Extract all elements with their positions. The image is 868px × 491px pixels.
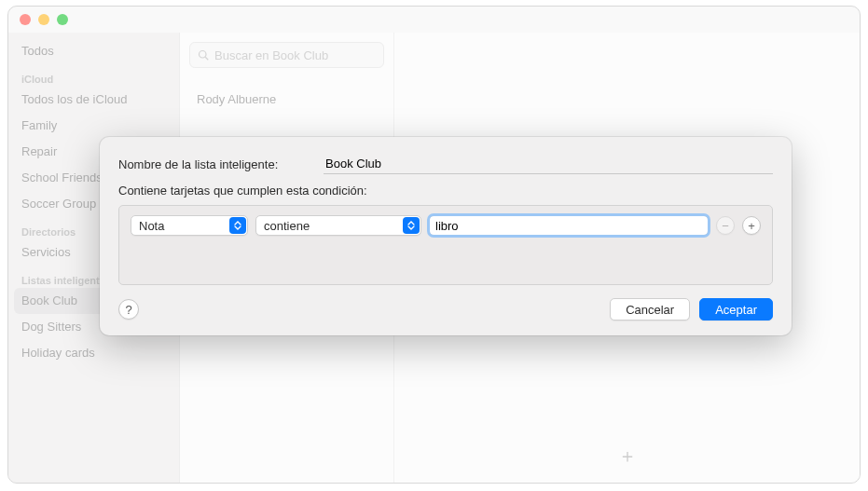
condition-operator-select[interactable]: contiene [255,215,421,236]
condition-field-select[interactable]: Nota [131,215,248,236]
smart-list-name-input[interactable] [324,154,773,174]
conditions-container: Nota contiene − [118,205,773,285]
add-condition-button[interactable]: + [742,216,761,235]
name-row: Nombre de la lista inteligente: [118,154,773,174]
remove-condition-button[interactable]: − [716,216,735,235]
chevron-updown-icon [229,217,246,234]
help-button[interactable]: ? [118,299,139,320]
minus-icon: − [722,219,729,233]
smart-list-name-label: Nombre de la lista inteligente: [118,157,324,171]
cancel-button[interactable]: Cancelar [610,298,690,321]
smart-list-sheet: Nombre de la lista inteligente: Contiene… [100,137,792,335]
accept-button[interactable]: Aceptar [699,298,773,321]
plus-icon: + [748,219,755,233]
condition-operator-value: contiene [264,219,310,233]
condition-value-input[interactable] [429,215,709,236]
chevron-updown-icon [403,217,420,234]
help-icon: ? [125,303,131,317]
condition-field-value: Nota [139,219,164,233]
app-window: Todos iCloud Todos los de iCloud Family … [7,6,861,484]
condition-row: Nota contiene − [131,215,761,236]
sheet-footer: ? Cancelar Aceptar [118,298,773,321]
condition-header-label: Contiene tarjetas que cumplen esta condi… [118,184,773,198]
